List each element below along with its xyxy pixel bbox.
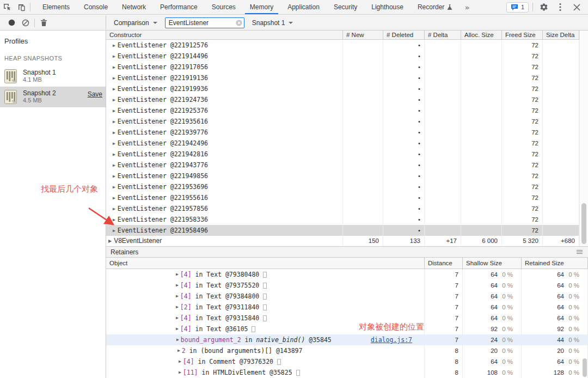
retainer-row[interactable]: ▶[4] in Comment @793763208640 %640 % bbox=[106, 356, 588, 367]
retainer-row[interactable]: ▶2 in (bound arguments)[] @1438978200 %2… bbox=[106, 345, 588, 356]
expand-arrow-icon[interactable]: ▶ bbox=[113, 43, 115, 48]
constructor-scrollbar[interactable] bbox=[579, 31, 588, 246]
eventlistener-instance-row[interactable]: ▶EventListener @221942496•72 bbox=[106, 138, 579, 149]
retainers-column-header-retained-size[interactable]: Retained Size bbox=[522, 258, 588, 269]
retainers-column-header-shallow-size[interactable]: Shallow Size bbox=[463, 258, 522, 269]
tab-sources[interactable]: Sources bbox=[205, 0, 243, 14]
column-header-size-delta[interactable]: Size Delta bbox=[543, 31, 579, 39]
eventlistener-instance-row[interactable]: ▶EventListener @221942816•72 bbox=[106, 149, 579, 160]
device-toolbar-icon[interactable] bbox=[14, 0, 28, 14]
v8eventlistener-summary-row[interactable]: ▶V8EventListener150133+176 0005 320+680 bbox=[106, 236, 579, 246]
inspect-element-icon[interactable] bbox=[0, 0, 14, 14]
settings-gear-icon[interactable] bbox=[537, 0, 551, 14]
eventlistener-instance-row[interactable]: ▶EventListener @221958496•72 bbox=[106, 225, 579, 236]
retainer-row[interactable]: ▶[11] in HTMLDivElement @3582581080 %128… bbox=[106, 367, 588, 378]
tab-recorder[interactable]: Recorder bbox=[411, 0, 460, 14]
expand-arrow-icon[interactable]: ▶ bbox=[113, 54, 115, 59]
column-header--new[interactable]: # New bbox=[343, 31, 383, 39]
expand-arrow-icon[interactable]: ▶ bbox=[176, 280, 179, 291]
retainer-row[interactable]: ▶[4] in Text @793848007640 %640 % bbox=[106, 291, 588, 302]
eventlistener-instance-row[interactable]: ▶EventListener @221957856•72 bbox=[106, 203, 579, 214]
expand-arrow-icon[interactable]: ▶ bbox=[113, 141, 115, 146]
eventlistener-instance-row[interactable]: ▶EventListener @221943776•72 bbox=[106, 160, 579, 170]
expand-arrow-icon[interactable]: ▶ bbox=[113, 206, 115, 211]
tab-memory[interactable]: Memory bbox=[243, 0, 280, 14]
retainer-row[interactable]: ▶[4] in Text @361057920 %920 % bbox=[106, 324, 588, 334]
class-filter-input[interactable] bbox=[165, 17, 244, 28]
retainers-column-header-distance[interactable]: Distance bbox=[425, 258, 463, 269]
column-header--deleted[interactable]: # Deleted bbox=[383, 31, 425, 39]
expand-arrow-icon[interactable]: ▶ bbox=[113, 65, 115, 70]
tab-lighthouse[interactable]: Lighthouse bbox=[364, 0, 411, 14]
retainer-row[interactable]: ▶[2] in Text @793118407640 %640 % bbox=[106, 302, 588, 313]
scrollbar-thumb[interactable] bbox=[581, 203, 586, 244]
eventlistener-instance-row[interactable]: ▶EventListener @221955616•72 bbox=[106, 192, 579, 203]
tab-elements[interactable]: Elements bbox=[35, 0, 77, 14]
eventlistener-instance-row[interactable]: ▶EventListener @221919936•72 bbox=[106, 83, 579, 94]
eventlistener-instance-row[interactable]: ▶EventListener @221949856•72 bbox=[106, 170, 579, 181]
expand-arrow-icon[interactable]: ▶ bbox=[113, 119, 115, 124]
eventlistener-instance-row[interactable]: ▶EventListener @221925376•72 bbox=[106, 105, 579, 116]
expand-arrow-icon[interactable]: ▶ bbox=[176, 334, 179, 345]
close-devtools-icon[interactable] bbox=[569, 0, 584, 14]
expand-arrow-icon[interactable]: ▶ bbox=[113, 97, 115, 102]
eventlistener-instance-row[interactable]: ▶EventListener @221958336•72 bbox=[106, 214, 579, 225]
tab-network[interactable]: Network bbox=[115, 0, 153, 14]
retainer-row[interactable]: ▶bound_argument_2 in native_bind() @3584… bbox=[106, 334, 588, 345]
take-snapshot-record-icon[interactable] bbox=[4, 16, 19, 30]
expand-arrow-icon[interactable]: ▶ bbox=[113, 152, 115, 157]
expand-arrow-icon[interactable]: ▶ bbox=[176, 324, 179, 334]
eventlistener-instance-row[interactable]: ▶EventListener @221924736•72 bbox=[106, 94, 579, 105]
expand-arrow-icon[interactable]: ▶ bbox=[113, 228, 115, 233]
expand-arrow-icon[interactable]: ▶ bbox=[176, 302, 179, 313]
sidebar-item-snapshot-1[interactable]: %Snapshot 14.1 MB bbox=[0, 66, 106, 87]
expand-arrow-icon[interactable]: ▶ bbox=[176, 313, 179, 324]
retainers-menu-icon[interactable] bbox=[577, 249, 583, 255]
column-header--delta[interactable]: # Delta bbox=[425, 31, 461, 39]
expand-arrow-icon[interactable]: ▶ bbox=[113, 108, 115, 113]
expand-arrow-icon[interactable]: ▶ bbox=[113, 87, 115, 92]
eventlistener-instance-row[interactable]: ▶EventListener @221919136•72 bbox=[106, 72, 579, 83]
retainers-column-header-object[interactable]: Object bbox=[106, 258, 425, 269]
kebab-menu-icon[interactable] bbox=[553, 0, 567, 14]
expand-arrow-icon[interactable]: ▶ bbox=[113, 217, 115, 222]
eventlistener-instance-row[interactable]: ▶EventListener @221935616•72 bbox=[106, 116, 579, 127]
expand-arrow-icon[interactable]: ▶ bbox=[176, 269, 179, 280]
expand-arrow-icon[interactable]: ▶ bbox=[113, 174, 115, 179]
eventlistener-instance-row[interactable]: ▶EventListener @221939776•72 bbox=[106, 127, 579, 138]
clear-profiles-icon[interactable] bbox=[19, 16, 33, 30]
eventlistener-instance-row[interactable]: ▶EventListener @221914496•72 bbox=[106, 51, 579, 62]
issues-badge[interactable]: 1 bbox=[506, 2, 529, 13]
expand-arrow-icon[interactable]: ▶ bbox=[113, 185, 115, 190]
retainer-row[interactable]: ▶[4] in Text @793755207640 %640 % bbox=[106, 280, 588, 291]
retainer-row[interactable]: ▶[4] in Text @793158407640 %640 % bbox=[106, 313, 588, 324]
retainer-row[interactable]: ▶[4] in Text @793804807640 %640 % bbox=[106, 269, 588, 280]
expand-arrow-icon[interactable]: ▶ bbox=[179, 367, 181, 378]
sidebar-item-snapshot-2[interactable]: %Snapshot 24.5 MBSave bbox=[0, 87, 106, 107]
expand-arrow-icon[interactable]: ▶ bbox=[113, 163, 115, 168]
retainers-scrollbar-thumb[interactable] bbox=[583, 358, 587, 377]
expand-arrow-icon[interactable]: ▶ bbox=[177, 345, 180, 356]
clear-filter-icon[interactable] bbox=[236, 20, 242, 26]
column-header-constructor[interactable]: Constructor bbox=[106, 31, 343, 39]
eventlistener-instance-row[interactable]: ▶EventListener @221912576•72 bbox=[106, 40, 579, 51]
expand-arrow-icon[interactable]: ▶ bbox=[179, 356, 181, 367]
source-location-link[interactable]: dialog.js:7 bbox=[371, 334, 412, 345]
column-header-freed-size[interactable]: Freed Size bbox=[502, 31, 543, 39]
expand-arrow-icon[interactable]: ▶ bbox=[176, 291, 179, 302]
perspective-select[interactable]: Comparison bbox=[112, 17, 160, 28]
expand-arrow-icon[interactable]: ▶ bbox=[113, 196, 115, 200]
eventlistener-instance-row[interactable]: ▶EventListener @221953696•72 bbox=[106, 181, 579, 192]
expand-arrow-icon[interactable]: ▶ bbox=[108, 239, 112, 243]
tab-application[interactable]: Application bbox=[280, 0, 327, 14]
expand-arrow-icon[interactable]: ▶ bbox=[113, 130, 115, 135]
column-header-alloc-size[interactable]: Alloc. Size bbox=[461, 31, 502, 39]
tab-console[interactable]: Console bbox=[77, 0, 115, 14]
save-snapshot-link[interactable]: Save bbox=[88, 90, 102, 98]
base-snapshot-select[interactable]: Snapshot 1 bbox=[250, 17, 296, 28]
delete-snapshot-trash-icon[interactable] bbox=[36, 16, 51, 30]
tab-security[interactable]: Security bbox=[327, 0, 364, 14]
more-tabs-button[interactable]: » bbox=[460, 0, 474, 14]
expand-arrow-icon[interactable]: ▶ bbox=[113, 76, 115, 81]
tab-performance[interactable]: Performance bbox=[153, 0, 205, 14]
